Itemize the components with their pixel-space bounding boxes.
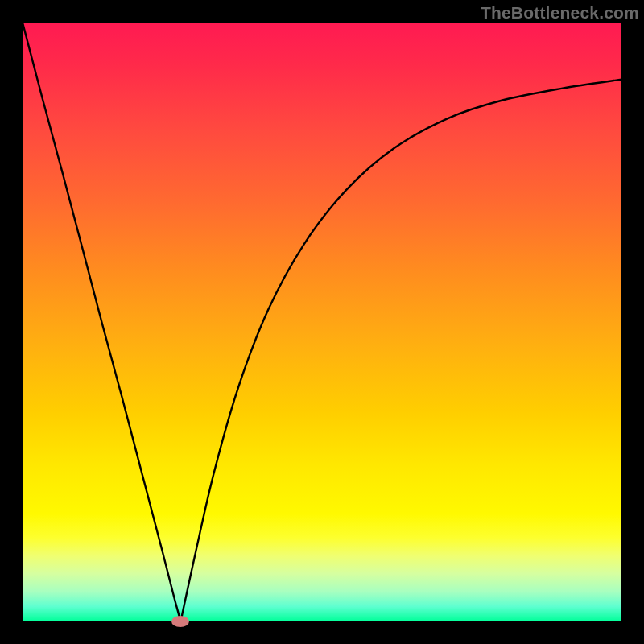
curve-right-segment xyxy=(180,80,621,621)
watermark-text: TheBottleneck.com xyxy=(481,3,639,23)
minimum-marker xyxy=(171,616,189,627)
bottleneck-curve xyxy=(23,23,621,621)
plot-area xyxy=(23,23,621,621)
curve-left-segment xyxy=(23,23,180,621)
